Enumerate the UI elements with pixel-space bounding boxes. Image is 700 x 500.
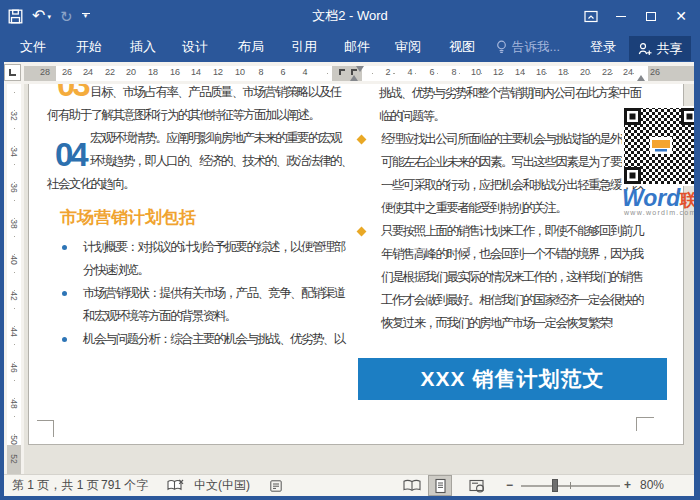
ruler-number: 12 [490, 67, 506, 77]
text-line[interactable]: 和宏观环境等方面的背景资料。 [83, 309, 236, 324]
ruler-number: 48 [9, 396, 19, 412]
first-line-indent-marker[interactable] [356, 66, 364, 72]
tab-insert[interactable]: 插入 [130, 32, 156, 62]
text-line[interactable]: 临的问题等。 [379, 109, 444, 124]
close-button[interactable]: ✕ [666, 2, 696, 30]
text-line[interactable]: 何有助于了解其意图和行为的其他特征等方面加以阐述。 [47, 108, 320, 123]
ruler-number: 50 [9, 432, 19, 448]
text-line[interactable]: 社会文化的趋向。 [47, 177, 134, 192]
zoom-slider-thumb[interactable] [552, 479, 558, 492]
sign-in-button[interactable]: 登录 [590, 32, 616, 62]
tab-selector[interactable] [4, 64, 21, 81]
ruler-number: 26 [59, 67, 75, 77]
ruler-number: 28 [37, 67, 53, 77]
tab-references[interactable]: 引用 [291, 32, 317, 62]
text-line[interactable]: 只要按照上面的销售计划来工作，即使不能够回到前几 [381, 224, 643, 239]
ruler-number: 14 [512, 67, 528, 77]
ruler-number: 18 [145, 67, 161, 77]
language-indicator[interactable]: 中文(中国) [194, 475, 250, 496]
ruler-number: 22 [599, 67, 615, 77]
tab-design[interactable]: 设计 [182, 32, 208, 62]
minimize-button[interactable] [606, 2, 636, 30]
macro-record-icon[interactable] [270, 480, 282, 500]
bullet-icon [62, 291, 67, 296]
ruler-number: 16 [533, 67, 549, 77]
text-line[interactable]: 市场营销现状：提供有关市场，产品、竞争、配销渠道 [83, 286, 345, 301]
print-layout-button[interactable] [428, 475, 452, 496]
horizontal-ruler[interactable]: 28 26 24 22 20 18 16 14 12 10 8 6 4 2 4 … [4, 62, 694, 84]
ruler-number: 36 [9, 180, 19, 196]
page-indicator[interactable]: 第 1 页，共 1 页 [12, 475, 99, 496]
text-line[interactable]: 恢复过来，而我们的房地产市场一定会恢复繁荣! [381, 316, 612, 331]
tab-review[interactable]: 审阅 [395, 32, 421, 62]
crop-mark [53, 420, 54, 437]
hanging-indent-marker[interactable] [350, 75, 358, 81]
ruler-number: 38 [9, 216, 19, 232]
text-line[interactable]: 环境趋势，即人口的、经济的、技术的、政治法律的、 [90, 154, 352, 169]
ruler-number: 46 [9, 360, 19, 376]
tab-home[interactable]: 开始 [76, 32, 102, 62]
ruler-number: 24 [80, 67, 96, 77]
tell-me-label: 告诉我... [512, 39, 560, 56]
text-line[interactable]: 一些可采取的行动，应把机会和挑战分出轻重急缓，以 [381, 178, 643, 193]
vertical-ruler[interactable]: 32 34 36 38 40 42 44 46 48 50 52 [4, 84, 24, 474]
zoom-in-button[interactable]: + [624, 475, 631, 496]
share-button[interactable]: 共享 [629, 36, 691, 61]
tell-me-box[interactable]: 告诉我... [496, 32, 560, 62]
window-controls: ✕ [576, 0, 696, 32]
title-banner[interactable]: XXX 销售计划范文 [358, 358, 667, 400]
right-indent-marker[interactable] [637, 75, 645, 81]
crop-mark [636, 417, 654, 418]
text-line[interactable]: 宏观环境情势。应阐明影响房地产未来的重要的宏观 [90, 131, 341, 146]
crop-mark [37, 420, 53, 421]
text-line[interactable]: 目标、市场占有率、产品质量、市场营销策略以及任 [90, 85, 341, 100]
ruler-number: 32 [9, 108, 19, 124]
word-count[interactable]: 791 个字 [101, 475, 148, 496]
ruler-number: 10 [232, 67, 248, 77]
text-line[interactable]: 计划概要：对拟议的计划给予扼要的综述，以便管理部 [83, 240, 345, 255]
section-heading[interactable]: 市场营销计划包括 [60, 206, 196, 229]
section-number-03[interactable]: 03 [57, 84, 88, 104]
tab-view[interactable]: 视图 [449, 32, 475, 62]
wordlm-logo: Word联盟 [622, 188, 694, 211]
zoom-out-button[interactable]: − [506, 475, 513, 496]
share-label: 共享 [657, 40, 683, 58]
ruler-number: 4 [402, 67, 418, 77]
ruler-number: 18 [555, 67, 571, 77]
text-line[interactable]: 们是根据我们最实际的情况来工作的，这样我们的销售 [381, 270, 643, 285]
qr-code-image [622, 106, 694, 186]
ruler-number: 2 [380, 67, 396, 77]
lightbulb-icon [496, 40, 507, 54]
ruler-number: 52 [9, 451, 19, 467]
ruler-number: 6 [424, 67, 440, 77]
ruler-number: 26 [647, 67, 663, 77]
text-line[interactable]: 经理应找出公司所面临的主要机会与挑战指的是外部 [381, 132, 632, 147]
tab-stop-marker[interactable] [339, 69, 345, 75]
ruler-number: 40 [9, 252, 19, 268]
share-person-icon [638, 42, 652, 56]
text-line[interactable]: 可能左右企业未来的因素。写出这些因素是为了要建议 [381, 155, 643, 170]
zoom-slider-notch [570, 482, 571, 489]
ruler-number: 8 [446, 67, 462, 77]
ruler-number: 20 [577, 67, 593, 77]
spellcheck-icon[interactable] [167, 479, 184, 500]
ribbon-display-options-icon[interactable] [576, 2, 606, 30]
text-line[interactable]: 机会与问题分析：综合主要的机会与挑战、优劣势、以 [83, 332, 345, 347]
ruler-number: 4 [297, 67, 313, 77]
text-line[interactable]: 挑战、优势与劣势和整个营销期间内公司在此方案中面 [379, 86, 641, 101]
text-line[interactable]: 工作才会做到最好。相信我们的国家经济一定会很快的 [381, 293, 643, 308]
zoom-level[interactable]: 80% [640, 475, 664, 496]
tab-layout[interactable]: 布局 [238, 32, 264, 62]
text-line[interactable]: 分快速浏览。 [83, 263, 148, 278]
ruler-number: 6 [275, 67, 291, 77]
text-line[interactable]: 便使其中之重要者能受到特别的关注。 [381, 201, 566, 216]
tab-mailings[interactable]: 邮件 [344, 32, 370, 62]
web-layout-button[interactable] [465, 475, 489, 496]
text-cursor: I [467, 244, 471, 259]
ruler-number: 20 [123, 67, 139, 77]
text-line[interactable]: 年销售高峰的时候，也会回到一个不错的境界，因为我 [381, 247, 643, 262]
maximize-button[interactable] [636, 2, 666, 30]
section-number-04[interactable]: 04 [55, 136, 86, 174]
tab-file[interactable]: 文件 [20, 32, 46, 62]
read-mode-button[interactable] [400, 475, 424, 496]
